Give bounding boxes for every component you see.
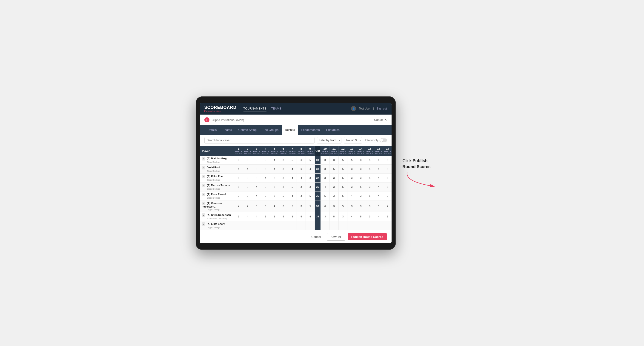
hole-2-score[interactable]: 4 (243, 165, 252, 173)
round-select[interactable]: Round 3 (344, 137, 362, 144)
hole-5-score[interactable]: 4 (270, 200, 279, 212)
hole-15-score[interactable]: 5 (365, 156, 374, 165)
hole-16-score[interactable]: 4 (374, 212, 383, 221)
hole-1-score[interactable] (234, 221, 243, 230)
tab-teams[interactable]: Teams (220, 125, 235, 135)
hole-12-score[interactable]: 3 (338, 212, 348, 221)
hole-10-score[interactable] (320, 221, 330, 230)
tab-leaderboards[interactable]: Leaderboards (298, 125, 323, 135)
hole-1-score[interactable]: 3 (234, 191, 243, 200)
hole-8-score[interactable]: 4 (297, 173, 306, 182)
hole-3-score[interactable] (252, 221, 261, 230)
hole-15-score[interactable]: 5 (365, 165, 374, 173)
hole-10-score[interactable]: 3 (320, 173, 330, 182)
tab-printables[interactable]: Printables (323, 125, 343, 135)
hole-6-score[interactable]: 3 (279, 200, 288, 212)
filter-by-team-select[interactable]: Filter by team (317, 137, 342, 144)
hole-16-score[interactable]: 4 (374, 191, 383, 200)
hole-13-score[interactable]: 3 (348, 200, 356, 212)
hole-16-score[interactable]: 4 (374, 173, 383, 182)
hole-3-score[interactable]: 5 (252, 156, 261, 165)
hole-8-score[interactable]: 3 (297, 191, 306, 200)
hole-8-score[interactable]: 3 (297, 182, 306, 191)
hole-13-score[interactable]: 3 (348, 182, 356, 191)
hole-13-score[interactable]: 4 (348, 212, 356, 221)
hole-11-score[interactable]: 3 (330, 156, 338, 165)
hole-16-score[interactable]: 5 (374, 200, 383, 212)
hole-11-score[interactable]: 5 (330, 165, 338, 173)
hole-13-score[interactable]: 3 (348, 173, 356, 182)
hole-9-score[interactable]: 5 (306, 191, 315, 200)
hole-3-score[interactable]: 4 (252, 191, 261, 200)
hole-15-score[interactable]: 3 (365, 212, 374, 221)
hole-4-score[interactable]: 3 (261, 200, 270, 212)
hole-5-score[interactable] (270, 221, 279, 230)
cancel-button[interactable]: Cancel ✕ (374, 118, 387, 122)
hole-9-score[interactable]: 3 (306, 173, 315, 182)
hole-10-score[interactable]: 3 (320, 212, 330, 221)
hole-7-score[interactable] (288, 221, 297, 230)
hole-7-score[interactable]: 4 (288, 191, 297, 200)
nav-link-tournaments[interactable]: TOURNAMENTS (244, 105, 266, 112)
hole-9-score[interactable] (306, 221, 315, 230)
hole-17-score[interactable]: 5 (383, 156, 391, 165)
tab-results[interactable]: Results (282, 125, 298, 135)
hole-4-score[interactable]: 5 (261, 182, 270, 191)
hole-9-score[interactable]: 5 (306, 156, 315, 165)
hole-8-score[interactable] (297, 221, 306, 230)
hole-1-score[interactable]: 5 (234, 182, 243, 191)
hole-14-score[interactable]: 3 (356, 165, 365, 173)
hole-3-score[interactable]: 4 (252, 212, 261, 221)
hole-13-score[interactable]: 5 (348, 156, 356, 165)
hole-8-score[interactable]: 6 (297, 165, 306, 173)
hole-9-score[interactable]: 4 (306, 165, 315, 173)
hole-10-score[interactable]: 3 (320, 156, 330, 165)
hole-14-score[interactable]: 3 (356, 156, 365, 165)
hole-9-score[interactable]: 4 (306, 212, 315, 221)
hole-2-score[interactable]: 4 (243, 200, 252, 212)
hole-5-score[interactable]: 3 (270, 182, 279, 191)
hole-7-score[interactable]: 3 (288, 212, 297, 221)
hole-2-score[interactable]: 3 (243, 182, 252, 191)
hole-14-score[interactable] (356, 221, 365, 230)
hole-6-score[interactable]: 3 (279, 182, 288, 191)
hole-17-score[interactable]: 5 (383, 165, 391, 173)
hole-10-score[interactable]: 3 (320, 165, 330, 173)
hole-1-score[interactable]: 4 (234, 165, 243, 173)
hole-12-score[interactable]: 5 (338, 191, 348, 200)
footer-cancel-button[interactable]: Cancel (308, 233, 324, 240)
hole-6-score[interactable]: 3 (279, 156, 288, 165)
hole-14-score[interactable]: 3 (356, 191, 365, 200)
hole-14-score[interactable]: 3 (356, 173, 365, 182)
hole-11-score[interactable]: 3 (330, 182, 338, 191)
hole-15-score[interactable]: 5 (365, 191, 374, 200)
hole-5-score[interactable]: 3 (270, 212, 279, 221)
hole-15-score[interactable]: 3 (365, 182, 374, 191)
save-all-button[interactable]: Save All (327, 233, 345, 241)
hole-5-score[interactable]: 3 (270, 173, 279, 182)
hole-9-score[interactable]: 3 (306, 182, 315, 191)
hole-5-score[interactable]: 4 (270, 156, 279, 165)
hole-6-score[interactable]: 3 (279, 165, 288, 173)
hole-10-score[interactable]: 6 (320, 200, 330, 212)
hole-6-score[interactable] (279, 221, 288, 230)
hole-2-score[interactable] (243, 221, 252, 230)
hole-17-score[interactable]: 3 (383, 212, 391, 221)
hole-12-score[interactable]: 5 (338, 165, 348, 173)
search-input[interactable] (204, 137, 315, 144)
hole-12-score[interactable]: 5 (338, 173, 348, 182)
hole-4-score[interactable]: 3 (261, 165, 270, 173)
hole-15-score[interactable]: 3 (365, 200, 374, 212)
hole-13-score[interactable]: 3 (348, 165, 356, 173)
hole-12-score[interactable]: 5 (338, 182, 348, 191)
hole-7-score[interactable]: 5 (288, 182, 297, 191)
hole-1-score[interactable]: 3 (234, 156, 243, 165)
hole-11-score[interactable]: 3 (330, 200, 338, 212)
hole-14-score[interactable]: 5 (356, 212, 365, 221)
hole-13-score[interactable]: 4 (348, 191, 356, 200)
hole-8-score[interactable]: 5 (297, 212, 306, 221)
hole-3-score[interactable]: 4 (252, 182, 261, 191)
hole-10-score[interactable]: 4 (320, 182, 330, 191)
hole-16-score[interactable]: 6 (374, 156, 383, 165)
hole-16-score[interactable]: 4 (374, 182, 383, 191)
